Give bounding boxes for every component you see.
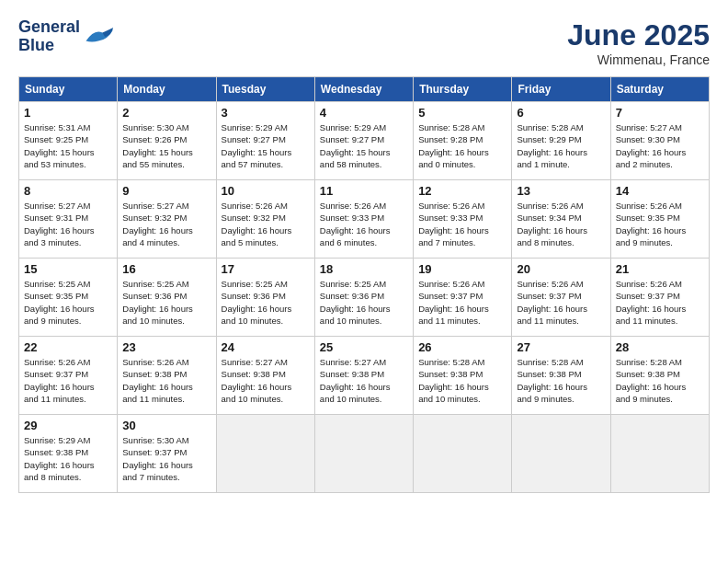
day-info: Sunrise: 5:26 AM Sunset: 9:37 PM Dayligh… [616, 278, 704, 327]
day-number: 18 [320, 262, 408, 276]
day-info: Sunrise: 5:28 AM Sunset: 9:38 PM Dayligh… [517, 356, 605, 405]
weekday-header: Sunday [19, 77, 118, 102]
calendar-day-cell: 23Sunrise: 5:26 AM Sunset: 9:38 PM Dayli… [118, 337, 216, 415]
day-info: Sunrise: 5:26 AM Sunset: 9:37 PM Dayligh… [418, 278, 506, 327]
calendar-week-row: 29Sunrise: 5:29 AM Sunset: 9:38 PM Dayli… [19, 415, 710, 493]
day-number: 28 [616, 340, 704, 354]
calendar-day-cell: 4Sunrise: 5:29 AM Sunset: 9:27 PM Daylig… [314, 102, 413, 180]
day-info: Sunrise: 5:26 AM Sunset: 9:37 PM Dayligh… [24, 356, 112, 405]
title-block: June 2025 Wimmenau, France [567, 18, 710, 67]
calendar-day-cell: 7Sunrise: 5:27 AM Sunset: 9:30 PM Daylig… [610, 102, 709, 180]
calendar-day-cell: 13Sunrise: 5:26 AM Sunset: 9:34 PM Dayli… [512, 180, 610, 259]
day-info: Sunrise: 5:29 AM Sunset: 9:27 PM Dayligh… [320, 121, 408, 170]
day-info: Sunrise: 5:27 AM Sunset: 9:32 PM Dayligh… [122, 200, 210, 248]
day-info: Sunrise: 5:31 AM Sunset: 9:25 PM Dayligh… [24, 121, 112, 170]
day-number: 29 [24, 419, 112, 432]
day-number: 5 [418, 106, 506, 120]
calendar-week-row: 22Sunrise: 5:26 AM Sunset: 9:37 PM Dayli… [19, 337, 710, 415]
day-info: Sunrise: 5:28 AM Sunset: 9:28 PM Dayligh… [418, 121, 506, 170]
day-info: Sunrise: 5:26 AM Sunset: 9:32 PM Dayligh… [222, 200, 310, 248]
calendar-day-cell: 16Sunrise: 5:25 AM Sunset: 9:36 PM Dayli… [118, 259, 216, 337]
calendar-day-cell: 6Sunrise: 5:28 AM Sunset: 9:29 PM Daylig… [512, 102, 610, 180]
calendar-day-cell [216, 415, 314, 493]
day-number: 21 [616, 262, 704, 276]
day-info: Sunrise: 5:27 AM Sunset: 9:31 PM Dayligh… [24, 200, 112, 248]
calendar-day-cell: 20Sunrise: 5:26 AM Sunset: 9:37 PM Dayli… [512, 259, 610, 337]
day-info: Sunrise: 5:26 AM Sunset: 9:35 PM Dayligh… [616, 200, 704, 248]
calendar-week-row: 8Sunrise: 5:27 AM Sunset: 9:31 PM Daylig… [19, 180, 710, 259]
calendar-day-cell: 18Sunrise: 5:25 AM Sunset: 9:36 PM Dayli… [314, 259, 413, 337]
day-number: 16 [122, 262, 210, 276]
day-info: Sunrise: 5:25 AM Sunset: 9:36 PM Dayligh… [222, 278, 310, 327]
day-info: Sunrise: 5:27 AM Sunset: 9:30 PM Dayligh… [616, 121, 704, 170]
day-number: 1 [24, 106, 112, 120]
calendar-day-cell: 1Sunrise: 5:31 AM Sunset: 9:25 PM Daylig… [19, 102, 118, 180]
day-number: 30 [122, 419, 210, 432]
day-number: 4 [320, 106, 408, 120]
calendar-day-cell [414, 415, 512, 493]
calendar-table: SundayMondayTuesdayWednesdayThursdayFrid… [18, 76, 710, 493]
day-number: 25 [320, 340, 408, 354]
calendar-day-cell: 17Sunrise: 5:25 AM Sunset: 9:36 PM Dayli… [216, 259, 314, 337]
calendar-day-cell: 25Sunrise: 5:27 AM Sunset: 9:38 PM Dayli… [314, 337, 413, 415]
day-info: Sunrise: 5:30 AM Sunset: 9:37 PM Dayligh… [122, 434, 210, 483]
calendar-day-cell: 10Sunrise: 5:26 AM Sunset: 9:32 PM Dayli… [216, 180, 314, 259]
calendar-day-cell: 12Sunrise: 5:26 AM Sunset: 9:33 PM Dayli… [414, 180, 512, 259]
calendar-day-cell: 11Sunrise: 5:26 AM Sunset: 9:33 PM Dayli… [314, 180, 413, 259]
calendar-day-cell [314, 415, 413, 493]
day-number: 12 [418, 184, 506, 198]
day-number: 3 [222, 106, 310, 120]
calendar-day-cell: 24Sunrise: 5:27 AM Sunset: 9:38 PM Dayli… [216, 337, 314, 415]
page-header: GeneralBlue June 2025 Wimmenau, France [18, 18, 710, 67]
weekday-header: Friday [512, 77, 610, 102]
weekday-header: Thursday [414, 77, 512, 102]
day-number: 13 [517, 184, 605, 198]
location: Wimmenau, France [567, 52, 710, 67]
day-number: 7 [616, 106, 704, 120]
day-number: 11 [320, 184, 408, 198]
calendar-day-cell [610, 415, 709, 493]
weekday-header: Wednesday [314, 77, 413, 102]
day-number: 14 [616, 184, 704, 198]
day-number: 8 [24, 184, 112, 198]
day-info: Sunrise: 5:26 AM Sunset: 9:37 PM Dayligh… [517, 278, 605, 327]
day-info: Sunrise: 5:26 AM Sunset: 9:33 PM Dayligh… [418, 200, 506, 248]
day-info: Sunrise: 5:28 AM Sunset: 9:38 PM Dayligh… [418, 356, 506, 405]
day-info: Sunrise: 5:27 AM Sunset: 9:38 PM Dayligh… [222, 356, 310, 405]
weekday-header: Monday [118, 77, 216, 102]
logo-bird-icon [82, 24, 115, 50]
day-number: 2 [122, 106, 210, 120]
day-info: Sunrise: 5:26 AM Sunset: 9:33 PM Dayligh… [320, 200, 408, 248]
calendar-header-row: SundayMondayTuesdayWednesdayThursdayFrid… [19, 77, 710, 102]
day-number: 27 [517, 340, 605, 354]
calendar-day-cell: 22Sunrise: 5:26 AM Sunset: 9:37 PM Dayli… [19, 337, 118, 415]
calendar-day-cell: 2Sunrise: 5:30 AM Sunset: 9:26 PM Daylig… [118, 102, 216, 180]
weekday-header: Tuesday [216, 77, 314, 102]
day-number: 23 [122, 340, 210, 354]
calendar-day-cell: 15Sunrise: 5:25 AM Sunset: 9:35 PM Dayli… [19, 259, 118, 337]
calendar-day-cell: 5Sunrise: 5:28 AM Sunset: 9:28 PM Daylig… [414, 102, 512, 180]
day-number: 20 [517, 262, 605, 276]
calendar-day-cell: 14Sunrise: 5:26 AM Sunset: 9:35 PM Dayli… [610, 180, 709, 259]
logo: GeneralBlue [18, 18, 115, 55]
calendar-week-row: 1Sunrise: 5:31 AM Sunset: 9:25 PM Daylig… [19, 102, 710, 180]
day-number: 19 [418, 262, 506, 276]
day-info: Sunrise: 5:26 AM Sunset: 9:34 PM Dayligh… [517, 200, 605, 248]
calendar-day-cell: 8Sunrise: 5:27 AM Sunset: 9:31 PM Daylig… [19, 180, 118, 259]
day-number: 22 [24, 340, 112, 354]
day-number: 6 [517, 106, 605, 120]
day-number: 9 [122, 184, 210, 198]
day-info: Sunrise: 5:25 AM Sunset: 9:36 PM Dayligh… [122, 278, 210, 327]
calendar-day-cell: 29Sunrise: 5:29 AM Sunset: 9:38 PM Dayli… [19, 415, 118, 493]
day-info: Sunrise: 5:25 AM Sunset: 9:35 PM Dayligh… [24, 278, 112, 327]
day-number: 24 [222, 340, 310, 354]
day-info: Sunrise: 5:27 AM Sunset: 9:38 PM Dayligh… [320, 356, 408, 405]
logo-text: GeneralBlue [18, 18, 80, 55]
calendar-day-cell: 30Sunrise: 5:30 AM Sunset: 9:37 PM Dayli… [118, 415, 216, 493]
calendar-day-cell: 26Sunrise: 5:28 AM Sunset: 9:38 PM Dayli… [414, 337, 512, 415]
day-number: 15 [24, 262, 112, 276]
calendar-day-cell: 27Sunrise: 5:28 AM Sunset: 9:38 PM Dayli… [512, 337, 610, 415]
calendar-day-cell: 19Sunrise: 5:26 AM Sunset: 9:37 PM Dayli… [414, 259, 512, 337]
day-info: Sunrise: 5:29 AM Sunset: 9:38 PM Dayligh… [24, 434, 112, 483]
calendar-day-cell: 9Sunrise: 5:27 AM Sunset: 9:32 PM Daylig… [118, 180, 216, 259]
